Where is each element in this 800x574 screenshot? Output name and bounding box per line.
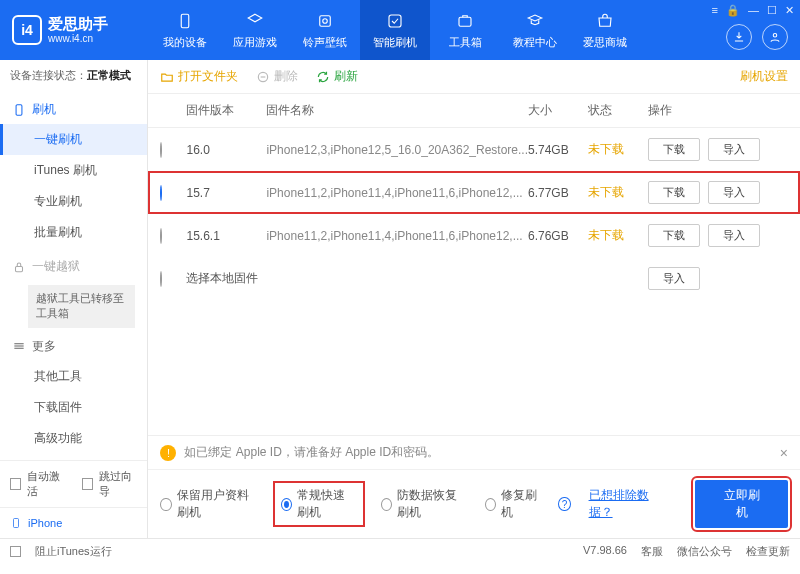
logo-icon: i4 — [12, 15, 42, 45]
row-radio[interactable] — [160, 185, 162, 201]
jailbreak-note: 越狱工具已转移至工具箱 — [28, 285, 135, 328]
firmware-row[interactable]: 15.6.1 iPhone11,2,iPhone11,4,iPhone11,6,… — [148, 214, 800, 257]
nav-my-device[interactable]: 我的设备 — [150, 0, 220, 60]
version-label: V7.98.66 — [583, 544, 627, 559]
svg-point-5 — [773, 34, 777, 38]
row-radio[interactable] — [160, 142, 162, 158]
table-header: 固件版本 固件名称 大小 状态 操作 — [148, 94, 800, 128]
import-button[interactable]: 导入 — [648, 267, 700, 290]
download-button[interactable]: 下载 — [648, 224, 700, 247]
auto-activate-row: 自动激活 跳过向导 — [0, 461, 147, 507]
nav-apps[interactable]: 应用游戏 — [220, 0, 290, 60]
sidebar-item-oneclick[interactable]: 一键刷机 — [0, 124, 147, 155]
sidebar-item-batch[interactable]: 批量刷机 — [0, 217, 147, 248]
nav-store[interactable]: 爱思商城 — [570, 0, 640, 60]
mode-antirecovery[interactable]: 防数据恢复刷机 — [381, 487, 467, 521]
download-button[interactable]: 下载 — [648, 138, 700, 161]
flash-modes: 保留用户资料刷机 常规快速刷机 防数据恢复刷机 修复刷机 ? 已想排除数据？ 立… — [148, 470, 800, 538]
sidebar-group-flash[interactable]: 刷机 — [0, 95, 147, 124]
col-size: 大小 — [528, 102, 588, 119]
flash-settings-button[interactable]: 刷机设置 — [736, 68, 788, 85]
block-itunes-label: 阻止iTunes运行 — [35, 544, 112, 559]
col-name: 固件名称 — [266, 102, 528, 119]
lock-icon[interactable]: 🔒 — [726, 4, 740, 17]
sidebar-group-jailbreak[interactable]: 一键越狱 — [0, 252, 147, 281]
menu-icon[interactable]: ≡ — [712, 4, 718, 17]
apple-id-notice: ! 如已绑定 Apple ID，请准备好 Apple ID和密码。 × — [148, 436, 800, 470]
firmware-row[interactable]: 16.0 iPhone12,3,iPhone12,5_16.0_20A362_R… — [148, 128, 800, 171]
svg-rect-6 — [16, 104, 22, 115]
phone-icon — [10, 516, 22, 530]
refresh-button[interactable]: 刷新 — [316, 68, 358, 85]
nav-tabs: 我的设备 应用游戏 铃声壁纸 智能刷机 工具箱 教程中心 爱思商城 — [150, 0, 640, 60]
sidebar: 设备连接状态：正常模式 刷机 一键刷机 iTunes 刷机 专业刷机 批量刷机 … — [0, 60, 148, 538]
svg-rect-3 — [389, 15, 401, 27]
sidebar-item-othertools[interactable]: 其他工具 — [0, 361, 147, 392]
account-icon[interactable] — [762, 24, 788, 50]
footer: 阻止iTunes运行 V7.98.66 客服 微信公众号 检查更新 — [0, 538, 800, 564]
sidebar-item-advanced[interactable]: 高级功能 — [0, 423, 147, 454]
sidebar-item-itunes[interactable]: iTunes 刷机 — [0, 155, 147, 186]
col-version: 固件版本 — [186, 102, 266, 119]
exclude-data-link[interactable]: 已想排除数据？ — [589, 487, 660, 521]
help-icon[interactable]: ? — [558, 497, 570, 511]
sidebar-group-more[interactable]: 更多 — [0, 332, 147, 361]
mode-repair[interactable]: 修复刷机 — [485, 487, 541, 521]
app-url: www.i4.cn — [48, 33, 108, 44]
import-button[interactable]: 导入 — [708, 181, 760, 204]
open-folder-button[interactable]: 打开文件夹 — [160, 68, 238, 85]
nav-tools[interactable]: 工具箱 — [430, 0, 500, 60]
maximize-icon[interactable]: ☐ — [767, 4, 777, 17]
top-bar: i4 爱思助手 www.i4.cn 我的设备 应用游戏 铃声壁纸 智能刷机 工具… — [0, 0, 800, 60]
customer-service-link[interactable]: 客服 — [641, 544, 663, 559]
auto-activate-checkbox[interactable] — [10, 478, 21, 490]
svg-rect-1 — [320, 15, 331, 26]
mode-keep-data[interactable]: 保留用户资料刷机 — [160, 487, 256, 521]
import-button[interactable]: 导入 — [708, 224, 760, 247]
nav-ringtones[interactable]: 铃声壁纸 — [290, 0, 360, 60]
nav-tutorials[interactable]: 教程中心 — [500, 0, 570, 60]
main-panel: 打开文件夹 删除 刷新 刷机设置 固件版本 固件名称 大小 状态 操作 16.0… — [148, 60, 800, 538]
logo[interactable]: i4 爱思助手 www.i4.cn — [0, 15, 150, 45]
check-update-link[interactable]: 检查更新 — [746, 544, 790, 559]
device-label[interactable]: iPhone — [0, 507, 147, 538]
mode-quick[interactable]: 常规快速刷机 — [275, 483, 363, 525]
wechat-link[interactable]: 微信公众号 — [677, 544, 732, 559]
block-itunes-checkbox[interactable] — [10, 546, 21, 557]
toolbar: 打开文件夹 删除 刷新 刷机设置 — [148, 60, 800, 94]
local-firmware-row[interactable]: 选择本地固件 导入 — [148, 257, 800, 300]
delete-button[interactable]: 删除 — [256, 68, 298, 85]
sidebar-item-pro[interactable]: 专业刷机 — [0, 186, 147, 217]
warning-icon: ! — [160, 445, 176, 461]
svg-point-2 — [323, 18, 328, 23]
svg-rect-7 — [16, 266, 23, 271]
download-center-icon[interactable] — [726, 24, 752, 50]
import-button[interactable]: 导入 — [708, 138, 760, 161]
skip-guide-checkbox[interactable] — [82, 478, 93, 490]
col-status: 状态 — [588, 102, 648, 119]
window-controls: ≡ 🔒 — ☐ ✕ — [712, 4, 794, 17]
close-icon[interactable]: ✕ — [785, 4, 794, 17]
svg-rect-4 — [459, 17, 471, 26]
nav-flash[interactable]: 智能刷机 — [360, 0, 430, 60]
svg-rect-8 — [14, 519, 19, 528]
close-notice-icon[interactable]: × — [780, 445, 788, 461]
app-name: 爱思助手 — [48, 16, 108, 33]
row-radio[interactable] — [160, 228, 162, 244]
firmware-row-selected[interactable]: 15.7 iPhone11,2,iPhone11,4,iPhone11,6,iP… — [148, 171, 800, 214]
col-actions: 操作 — [648, 102, 788, 119]
flash-now-button[interactable]: 立即刷机 — [695, 480, 788, 528]
download-button[interactable]: 下载 — [648, 181, 700, 204]
sidebar-item-downloadfw[interactable]: 下载固件 — [0, 392, 147, 423]
row-radio[interactable] — [160, 271, 162, 287]
bottom-bar: ! 如已绑定 Apple ID，请准备好 Apple ID和密码。 × 保留用户… — [148, 435, 800, 538]
connection-status: 设备连接状态：正常模式 — [0, 60, 147, 91]
svg-rect-0 — [181, 14, 189, 28]
minimize-icon[interactable]: — — [748, 4, 759, 17]
